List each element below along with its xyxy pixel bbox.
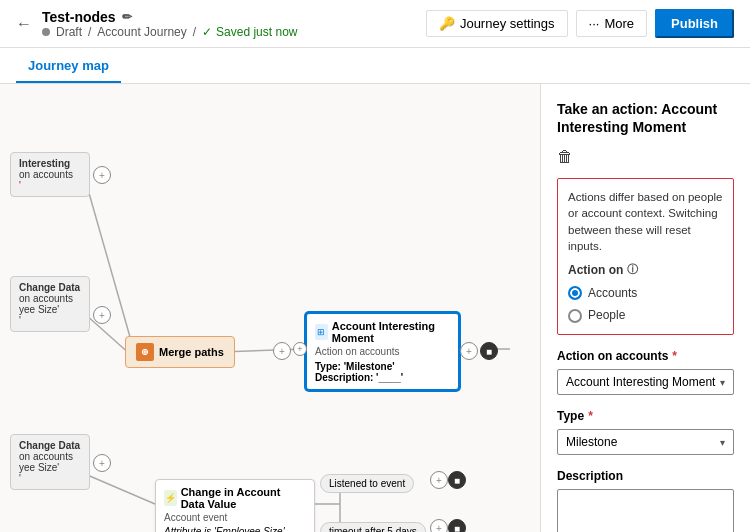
more-label: More — [604, 16, 634, 31]
key-icon: 🔑 — [439, 16, 455, 31]
connector-timeout-end[interactable]: ■ — [448, 519, 466, 532]
description-label: Description — [557, 469, 734, 483]
info-icon: ⓘ — [627, 262, 638, 277]
connector-cd1[interactable]: + — [93, 306, 111, 324]
main: Interesting on accounts ' + Change Data … — [0, 84, 750, 532]
connector-timeout[interactable]: + — [430, 519, 448, 532]
action-on-accounts-select[interactable]: Account Interesting Moment ▾ — [557, 369, 734, 395]
change-account-header: ⚡ Change in Account Data Value — [164, 486, 306, 510]
aim-type: Type: 'Milestone' — [315, 361, 450, 372]
change-data-1-node[interactable]: Change Data on accounts yee Size' ' — [10, 276, 90, 332]
header-right: 🔑 Journey settings ··· More Publish — [426, 9, 734, 38]
cd1-val1: yee Size' — [19, 304, 81, 315]
connector-end-aim[interactable]: ■ — [480, 342, 498, 360]
aim-node-icon: ⊞ — [315, 324, 328, 340]
back-button[interactable]: ← — [16, 15, 32, 33]
aim-desc: Description: '____' — [315, 372, 450, 383]
merge-label: Merge paths — [159, 346, 224, 358]
header: ← Test-nodes ✏ Draft / Account Journey /… — [0, 0, 750, 48]
change-account-sub: Account event — [164, 512, 306, 523]
cd2-val1: yee Size' — [19, 462, 81, 473]
merge-icon: ⊕ — [136, 343, 154, 361]
cd2-sub: on accounts — [19, 451, 81, 462]
svg-line-5 — [85, 474, 155, 504]
header-left: ← Test-nodes ✏ Draft / Account Journey /… — [16, 9, 297, 39]
aim-node-title: Account Interesting Moment — [332, 320, 450, 344]
type-group: Type * Milestone ▾ — [557, 409, 734, 455]
publish-button[interactable]: Publish — [655, 9, 734, 38]
draft-label: Draft — [56, 25, 82, 39]
delete-icon[interactable]: 🗑 — [557, 148, 734, 166]
connector-pre-aim[interactable]: + — [293, 342, 307, 356]
listened-event-label: Listened to event — [320, 474, 414, 493]
saved-label: Saved just now — [216, 25, 297, 39]
cd1-val2: ' — [19, 315, 81, 326]
type-select[interactable]: Milestone ▾ — [557, 429, 734, 455]
change-account-node[interactable]: ⚡ Change in Account Data Value Account e… — [155, 479, 315, 532]
breadcrumb-sep: / — [88, 25, 91, 39]
radio-group: Accounts People — [568, 285, 723, 325]
interesting-node[interactable]: Interesting on accounts ' — [10, 152, 90, 197]
description-group: Description Description is recommended f… — [557, 469, 734, 532]
type-label: Type * — [557, 409, 734, 423]
journey-label: Account Journey — [97, 25, 186, 39]
cd1-title: Change Data — [19, 282, 81, 293]
change-account-attr: Attribute is 'Employee Size' — [164, 526, 306, 532]
aim-node-sub: Action on accounts — [315, 346, 450, 357]
dots-icon: ··· — [589, 16, 600, 31]
radio-people-dot — [568, 309, 582, 323]
radio-accounts-label: Accounts — [588, 285, 637, 302]
draft-dot — [42, 28, 50, 36]
connector-post-aim[interactable]: + — [460, 342, 478, 360]
type-required-mark: * — [588, 409, 593, 423]
action-on-label: Action on ⓘ — [568, 262, 723, 279]
more-button[interactable]: ··· More — [576, 10, 647, 37]
tab-bar: Journey map — [0, 48, 750, 84]
connector-interesting[interactable]: + — [93, 166, 111, 184]
action-on-accounts-value: Account Interesting Moment — [566, 375, 715, 389]
breadcrumb: Draft / Account Journey / ✓ Saved just n… — [42, 25, 297, 39]
action-on-accounts-group: Action on accounts * Account Interesting… — [557, 349, 734, 395]
radio-people[interactable]: People — [568, 307, 723, 324]
page-title: Test-nodes — [42, 9, 116, 25]
description-input[interactable] — [557, 489, 734, 532]
tab-journey-map[interactable]: Journey map — [16, 50, 121, 83]
merge-node[interactable]: ⊕ Merge paths — [125, 336, 235, 368]
side-panel: Take an action: Account Interesting Mome… — [540, 84, 750, 532]
cd2-title: Change Data — [19, 440, 81, 451]
title-area: Test-nodes ✏ Draft / Account Journey / ✓… — [42, 9, 297, 39]
journey-settings-label: Journey settings — [460, 16, 555, 31]
interesting-val: ' — [19, 180, 81, 191]
connector-listened-end[interactable]: ■ — [448, 471, 466, 489]
radio-accounts-dot — [568, 286, 582, 300]
change-account-title: Change in Account Data Value — [181, 486, 306, 510]
warning-box: Actions differ based on people or accoun… — [557, 178, 734, 335]
aim-node[interactable]: ⊞ Account Interesting Moment Action on a… — [305, 312, 460, 391]
connector-cd2[interactable]: + — [93, 454, 111, 472]
type-chevron-icon: ▾ — [720, 437, 725, 448]
change-account-icon: ⚡ — [164, 490, 177, 506]
title-row: Test-nodes ✏ — [42, 9, 297, 25]
interesting-title: Interesting — [19, 158, 81, 169]
warning-text: Actions differ based on people or accoun… — [568, 191, 723, 251]
panel-title: Take an action: Account Interesting Mome… — [557, 100, 734, 136]
aim-node-header: ⊞ Account Interesting Moment — [315, 320, 450, 344]
change-data-2-node[interactable]: Change Data on accounts yee Size' ' — [10, 434, 90, 490]
breadcrumb-sep2: / — [193, 25, 196, 39]
journey-settings-button[interactable]: 🔑 Journey settings — [426, 10, 568, 37]
cd1-sub: on accounts — [19, 293, 81, 304]
radio-people-label: People — [588, 307, 625, 324]
required-mark: * — [672, 349, 677, 363]
connector-merge[interactable]: + — [273, 342, 291, 360]
chevron-down-icon: ▾ — [720, 377, 725, 388]
connector-listened[interactable]: + — [430, 471, 448, 489]
cd2-val2: ' — [19, 473, 81, 484]
canvas[interactable]: Interesting on accounts ' + Change Data … — [0, 84, 540, 532]
radio-accounts[interactable]: Accounts — [568, 285, 723, 302]
edit-icon[interactable]: ✏ — [122, 10, 132, 24]
action-on-accounts-label: Action on accounts * — [557, 349, 734, 363]
type-value: Milestone — [566, 435, 617, 449]
interesting-sub: on accounts — [19, 169, 81, 180]
timeout-label: timeout after 5 days — [320, 522, 426, 532]
check-icon: ✓ — [202, 25, 212, 39]
